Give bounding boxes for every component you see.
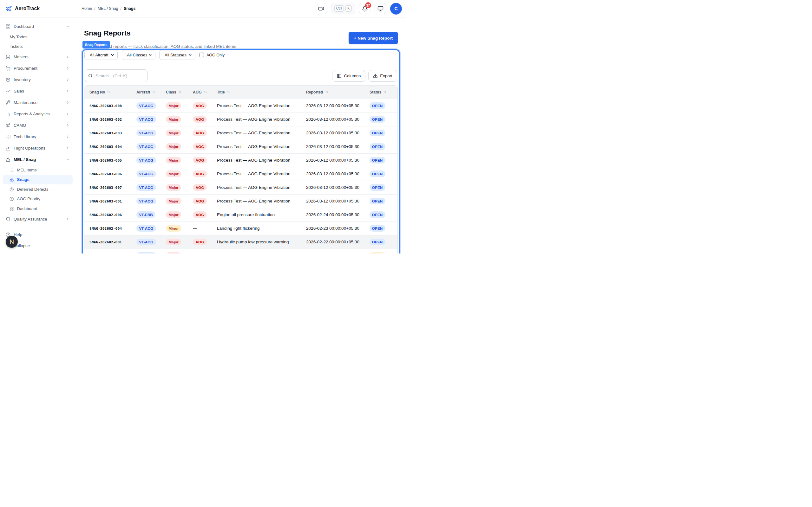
sidebar-item-label: Sales (14, 89, 24, 94)
sidebar-item[interactable]: Sales (3, 85, 72, 97)
sidebar-item[interactable]: MEL / Snag (3, 154, 72, 165)
table-row[interactable]: SNAG-202602-004 VT-ACG Minor — Landing l… (84, 222, 397, 235)
search-input[interactable] (85, 69, 148, 82)
sidebar-item[interactable]: Maintenance (3, 97, 72, 108)
export-button[interactable]: Export (368, 70, 397, 82)
sidebar-item[interactable]: Deferred Defects (3, 184, 72, 194)
cell-reported: 2026-02-24 00:00:00+05:30 (306, 212, 359, 217)
cell-reported: 2026-03-12 00:00:00+05:30 (306, 130, 359, 135)
class-badge: Major (166, 116, 181, 123)
keyboard-shortcut-hint[interactable]: Ctrl K (331, 3, 355, 14)
column-header[interactable]: Class (161, 86, 188, 99)
sidebar-item-label: Maintenance (14, 100, 38, 105)
sidebar-item[interactable]: Dashboard (3, 20, 72, 32)
aircraft-badge: VT-ACG (136, 102, 156, 109)
status-badge: OPEN (369, 170, 386, 177)
bar-chart-icon (6, 112, 10, 116)
aog-badge: AOG (193, 130, 207, 136)
table-row[interactable]: SNAG-202602-003 VT-ACG Major — Cabin pre… (84, 249, 397, 253)
kbd-ctrl: Ctrl (334, 5, 344, 12)
column-header[interactable]: Aircraft (131, 86, 161, 99)
sort-icon (152, 90, 156, 94)
table-row[interactable]: SNAG-202603-005 VT-ACG Major AOG — Proce… (84, 153, 397, 167)
cell-title: Process Test — AOG Engine Vibration (217, 171, 290, 176)
cell-title: Process Test — AOG Engine Vibration (217, 130, 290, 135)
brand-name: AeroTrack (15, 6, 40, 11)
class-badge: Major (166, 143, 181, 150)
class-filter-select[interactable]: All Classes (122, 50, 155, 60)
breadcrumb-section[interactable]: MEL / Snag (98, 6, 118, 11)
sidebar-item[interactable]: Tickets (3, 42, 72, 51)
aircraft-filter-select[interactable]: All Aircraft (84, 50, 118, 60)
layout-grid-icon (6, 24, 10, 29)
table-row[interactable]: SNAG-202603-008 VT-ACG Major AOG — Proce… (84, 99, 397, 112)
aog-badge: AOG (193, 198, 207, 205)
breadcrumb-current: Snags (124, 6, 136, 11)
screen-record-button[interactable] (316, 3, 327, 14)
sidebar-item[interactable]: Tech Library (3, 131, 72, 142)
chevron-right-icon (66, 66, 70, 70)
sidebar-item-label: Tickets (10, 44, 23, 49)
user-avatar[interactable]: C (390, 3, 402, 14)
sidebar-item[interactable]: Dashboard (3, 204, 72, 214)
table-header-row: Snag NoAircraftClassAOGTitleReportedStat… (84, 86, 397, 99)
columns-icon (337, 73, 342, 78)
plane-icon (6, 123, 10, 128)
sidebar-item-label: Tech Library (14, 134, 36, 139)
sidebar-item[interactable]: CAMO (3, 119, 72, 131)
sidebar-item[interactable]: Snags (3, 175, 72, 185)
sort-icon (178, 90, 182, 94)
status-filter-select[interactable]: All Statuses (159, 50, 195, 60)
cell-snag-no: SNAG-202603-008 (90, 104, 122, 108)
shield-icon (6, 217, 10, 222)
sidebar-item-label: CAMO (14, 123, 26, 128)
aircraft-badge: VT-ACG (136, 239, 156, 245)
status-badge: OPEN (369, 116, 386, 123)
table-row[interactable]: SNAG-202603-001 VT-ACG Major AOG — Proce… (84, 194, 397, 208)
sidebar-item[interactable]: My Todos (3, 32, 72, 42)
table-row[interactable]: SNAG-202603-007 VT-ACG Major AOG — Proce… (84, 181, 397, 194)
aog-badge: AOG (193, 239, 207, 245)
status-badge: HOLD (369, 252, 386, 253)
cell-snag-no: SNAG-202603-001 (90, 199, 122, 204)
table-row[interactable]: SNAG-202603-004 VT-ACG Major AOG — Proce… (84, 140, 397, 153)
aog-empty-dash: — (193, 226, 197, 231)
table-row[interactable]: SNAG-202603-006 VT-ACG Major AOG — Proce… (84, 167, 397, 181)
display-button[interactable] (374, 3, 386, 14)
sidebar-item[interactable]: Inventory (3, 74, 72, 85)
table-row[interactable]: SNAG-202602-006 VT-EBB Major AOG — Engin… (84, 208, 397, 222)
sidebar-nav: Dashboard My Todos Tickets Masters (0, 17, 76, 225)
chevron-down-icon (66, 24, 70, 29)
table-row[interactable]: SNAG-202603-002 VT-ACG Major AOG — Proce… (84, 112, 397, 126)
column-header[interactable]: AOG (188, 86, 212, 99)
breadcrumb-separator: / (94, 6, 95, 11)
assistant-floating-button[interactable]: N (6, 236, 18, 248)
column-header[interactable]: Reported (301, 86, 364, 99)
sidebar-item[interactable]: Reports & Analytics (3, 108, 72, 119)
notifications-button[interactable]: 37 (359, 3, 370, 14)
cell-snag-no: SNAG-202602-006 (90, 213, 122, 217)
top-header: Home / MEL / Snag / Snags Ctrl K 37 C (76, 0, 406, 17)
column-header[interactable]: Title (212, 86, 301, 99)
layout-grid-icon (9, 207, 14, 211)
column-header[interactable]: Status (364, 86, 397, 99)
cell-reported: 2026-02-23 00:00:00+05:30 (306, 226, 359, 231)
tour-badge: Snag Reports (83, 41, 110, 49)
new-snag-report-button[interactable]: + New Snag Report (349, 32, 398, 44)
sidebar-item[interactable]: Flight Operations (3, 142, 72, 154)
aog-only-checkbox[interactable] (200, 53, 204, 57)
column-header[interactable]: Snag No (84, 86, 131, 99)
cell-reported: 2026-03-12 00:00:00+05:30 (306, 199, 359, 204)
class-badge: Major (166, 102, 181, 109)
table-row[interactable]: SNAG-202602-001 VT-ACG Major AOG — Hydra… (84, 235, 397, 249)
sidebar-item[interactable]: Quality Assurance (3, 214, 72, 225)
sidebar-item[interactable]: AOG Priority (3, 194, 72, 204)
table-row[interactable]: SNAG-202603-003 VT-ACG Major AOG — Proce… (84, 126, 397, 140)
columns-button[interactable]: Columns (332, 70, 365, 82)
sidebar-item[interactable]: MEL Items (3, 165, 72, 175)
status-badge: OPEN (369, 102, 386, 109)
cell-reported: 2026-03-12 00:00:00+05:30 (306, 103, 359, 108)
sidebar-item[interactable]: Procurement (3, 62, 72, 74)
sidebar-item[interactable]: Masters (3, 51, 72, 62)
breadcrumb-home[interactable]: Home (82, 6, 92, 11)
